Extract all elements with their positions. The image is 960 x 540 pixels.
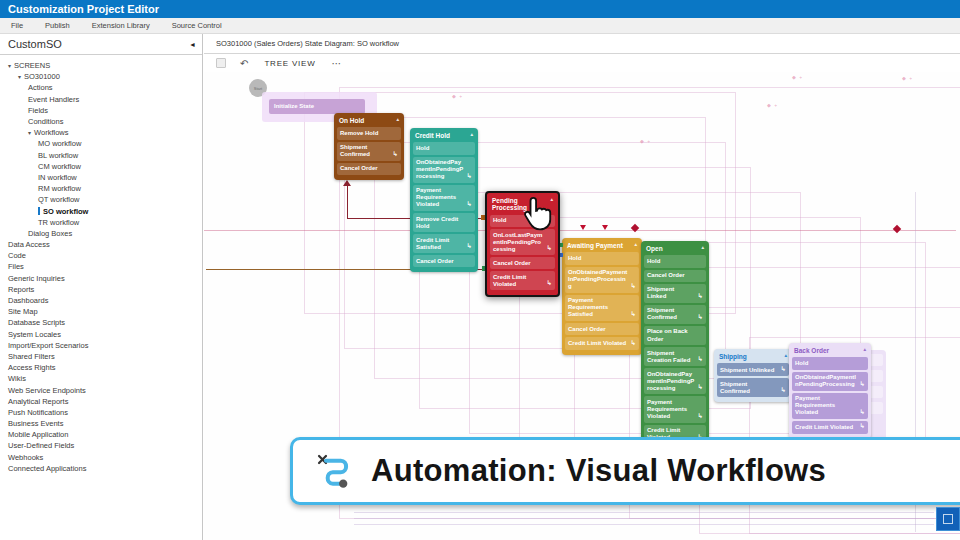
- transition-onobtainedpaymentinpendingprocessing[interactable]: OnObtainedPaymentInPendingProcessing↳: [413, 157, 475, 183]
- transition-credit-limit-violated[interactable]: Credit Limit Violated↳: [490, 271, 555, 290]
- sidebar-item-mobile-application[interactable]: Mobile Application: [0, 429, 202, 440]
- sidebar-item-site-map[interactable]: Site Map: [0, 306, 202, 317]
- menu-publish[interactable]: Publish: [34, 21, 81, 30]
- collapse-icon[interactable]: ▴: [396, 117, 399, 123]
- sidebar-item-bl-workflow[interactable]: BL workflow: [0, 150, 202, 161]
- sidebar-item-import-export-scenarios[interactable]: Import/Export Scenarios: [0, 340, 202, 351]
- sidebar-item-reports[interactable]: Reports: [0, 284, 202, 295]
- sidebar-item-business-events[interactable]: Business Events: [0, 418, 202, 429]
- transition-cancel-order[interactable]: Cancel Order: [644, 270, 706, 282]
- more-options-icon[interactable]: ⋯: [332, 58, 342, 69]
- menu-source-control[interactable]: Source Control: [161, 21, 233, 30]
- transition-credit-limit-violated[interactable]: Credit Limit Violated↳: [565, 337, 639, 350]
- transition-onobtainedpaymentinpendingprocessing[interactable]: OnObtainedPaymentInPendingProcessing↳: [565, 267, 639, 293]
- transition-label: Shipment Creation Failed: [647, 350, 695, 364]
- sidebar-item-so301000[interactable]: ▾SO301000: [0, 71, 202, 82]
- transition-hold[interactable]: Hold: [644, 255, 706, 267]
- project-name: CustomSO: [8, 38, 62, 50]
- collapse-icon[interactable]: ▴: [634, 242, 637, 248]
- sidebar-item-webhooks[interactable]: Webhooks: [0, 452, 202, 463]
- transition-onobtainedpaymentinpendingprocessing[interactable]: OnObtainedPaymentInPendingProcessing↳: [644, 368, 706, 394]
- collapse-icon[interactable]: ▴: [701, 245, 704, 251]
- transition-hold[interactable]: Hold: [565, 252, 639, 264]
- sidebar-item-cm-workflow[interactable]: CM workflow: [0, 161, 202, 172]
- state-on-hold[interactable]: On Hold▴Remove HoldShipment Confirmed↳Ca…: [334, 113, 404, 180]
- sidebar-item-user-defined-fields[interactable]: User-Defined Fields: [0, 440, 202, 451]
- transition-shipment-linked[interactable]: Shipment Linked↳: [644, 284, 706, 303]
- state-open[interactable]: Open▴HoldCancel OrderShipment Linked↳Shi…: [641, 241, 709, 449]
- transition-payment-requirements-violated[interactable]: Payment Requirements Violated↳: [644, 396, 706, 422]
- transition-cancel-order[interactable]: Cancel Order: [565, 323, 639, 335]
- sidebar-item-files[interactable]: Files: [0, 261, 202, 272]
- collapse-icon[interactable]: ▴: [863, 347, 866, 353]
- sidebar-item-tr-workflow[interactable]: TR workflow: [0, 217, 202, 228]
- sidebar-item-wikis[interactable]: Wikis: [0, 373, 202, 384]
- state-awaiting-payment[interactable]: Awaiting Payment▴HoldOnObtainedPaymentIn…: [562, 238, 642, 355]
- sidebar-item-conditions[interactable]: Conditions: [0, 116, 202, 127]
- transition-shipment-unlinked[interactable]: Shipment Unlinked↳: [717, 363, 789, 376]
- grid-icon[interactable]: [216, 58, 226, 68]
- diagram-nav-button[interactable]: [936, 507, 960, 531]
- sidebar-item-database-scripts[interactable]: Database Scripts: [0, 317, 202, 328]
- sidebar-item-in-workflow[interactable]: IN workflow: [0, 172, 202, 183]
- transition-payment-requirements-satisfied[interactable]: Payment Requirements Satisfied↳: [565, 295, 639, 321]
- transition-shipment-confirmed[interactable]: Shipment Confirmed↳: [644, 305, 706, 324]
- sidebar-item-access-rights[interactable]: Access Rights: [0, 362, 202, 373]
- caret-down-icon[interactable]: ▾: [18, 73, 21, 80]
- collapse-icon[interactable]: ▴: [784, 353, 787, 359]
- sidebar-item-label: Workflows: [34, 128, 68, 137]
- sidebar-item-label: IN workflow: [38, 173, 77, 182]
- sidebar-item-actions[interactable]: Actions: [0, 82, 202, 93]
- sidebar-item-so-workflow[interactable]: SO workflow: [0, 205, 202, 216]
- sidebar-item-shared-filters[interactable]: Shared Filters: [0, 351, 202, 362]
- sidebar-item-dashboards[interactable]: Dashboards: [0, 295, 202, 306]
- sidebar-item-code[interactable]: Code: [0, 250, 202, 261]
- sidebar-item-rm-workflow[interactable]: RM workflow: [0, 183, 202, 194]
- menu-file[interactable]: File: [0, 21, 34, 30]
- sidebar-item-web-service-endpoints[interactable]: Web Service Endpoints: [0, 384, 202, 395]
- undo-icon[interactable]: ↶: [240, 58, 248, 69]
- transition-shipment-confirmed[interactable]: Shipment Confirmed↳: [337, 142, 401, 161]
- sidebar-item-fields[interactable]: Fields: [0, 105, 202, 116]
- sidebar-item-generic-inquiries[interactable]: Generic Inquiries: [0, 273, 202, 284]
- transition-shipment-confirmed[interactable]: Shipment Confirmed↳: [717, 378, 789, 397]
- sidebar-item-workflows[interactable]: ▾Workflows: [0, 127, 202, 138]
- transition-shipment-creation-failed[interactable]: Shipment Creation Failed↳: [644, 347, 706, 366]
- sidebar-item-event-handlers[interactable]: Event Handlers: [0, 94, 202, 105]
- caret-down-icon[interactable]: ▾: [8, 62, 11, 69]
- sidebar-item-connected-applications[interactable]: Connected Applications: [0, 463, 202, 474]
- transition-remove-credit-hold[interactable]: Remove Credit Hold: [413, 213, 475, 232]
- collapse-icon[interactable]: ▴: [470, 132, 473, 138]
- collapse-sidebar-icon[interactable]: ◄: [189, 41, 196, 48]
- sidebar-item-label: SO301000: [24, 72, 60, 81]
- tree-view-button[interactable]: TREE VIEW: [264, 59, 315, 68]
- transition-onobtainedpaymentinpendingprocessing[interactable]: OnObtainedPaymentInPendingProcessing↳: [792, 372, 868, 391]
- sidebar-item-screens[interactable]: ▾SCREENS: [0, 60, 202, 71]
- menu-extension-library[interactable]: Extension Library: [81, 21, 161, 30]
- transition-cancel-order[interactable]: Cancel Order: [490, 257, 555, 269]
- transition-payment-requirements-violated[interactable]: Payment Requirements Violated↳: [413, 185, 475, 211]
- state-shipping[interactable]: Shipping▴Shipment Unlinked↳Shipment Conf…: [714, 349, 792, 402]
- sidebar-item-push-notifications[interactable]: Push Notifications: [0, 407, 202, 418]
- sidebar-item-label: Mobile Application: [8, 430, 68, 439]
- transition-credit-limit-satisfied[interactable]: Credit Limit Satisfied↳: [413, 234, 475, 253]
- sidebar-item-dialog-boxes[interactable]: Dialog Boxes: [0, 228, 202, 239]
- transition-hold[interactable]: Hold: [792, 357, 868, 369]
- sidebar-item-data-access[interactable]: Data Access: [0, 239, 202, 250]
- sidebar-item-system-locales[interactable]: System Locales: [0, 329, 202, 340]
- transition-payment-requirements-violated[interactable]: Payment Requirements Violated↳: [792, 393, 868, 419]
- transition-remove-hold[interactable]: Remove Hold: [337, 127, 401, 139]
- transition-place-on-back-order[interactable]: Place on Back Order: [644, 326, 706, 345]
- transition-cancel-order[interactable]: Cancel Order: [337, 163, 401, 175]
- sidebar-item-qt-workflow[interactable]: QT workflow: [0, 194, 202, 205]
- tab-state-diagram[interactable]: SO301000 (Sales Orders) State Diagram: S…: [204, 39, 399, 48]
- transition-label: OnObtainedPaymentInPendingProcessing: [416, 159, 464, 180]
- caret-down-icon[interactable]: ▾: [28, 129, 31, 136]
- state-back-order[interactable]: Back Order▴HoldOnObtainedPaymentInPendin…: [789, 343, 871, 439]
- transition-hold[interactable]: Hold: [413, 142, 475, 154]
- sidebar-item-analytical-reports[interactable]: Analytical Reports: [0, 396, 202, 407]
- state-credit-hold[interactable]: Credit Hold▴HoldOnObtainedPaymentInPendi…: [410, 128, 478, 272]
- transition-cancel-order[interactable]: Cancel Order: [413, 255, 475, 267]
- transition-credit-limit-violated[interactable]: Credit Limit Violated↳: [792, 421, 868, 434]
- sidebar-item-mo-workflow[interactable]: MO workflow: [0, 138, 202, 149]
